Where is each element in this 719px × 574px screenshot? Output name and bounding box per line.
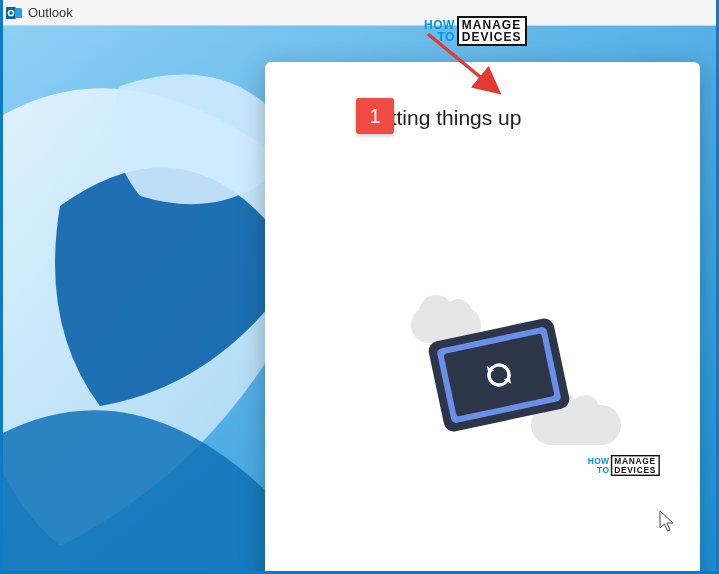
watermark-logo: HOW TO MANAGE DEVICES (424, 16, 527, 46)
dialog-title: Setting things up (365, 106, 660, 130)
watermark-logo: HOW TO MANAGE DEVICES (588, 455, 660, 476)
window-titlebar: Outlook (0, 0, 719, 26)
window-title: Outlook (28, 5, 73, 20)
svg-rect-1 (15, 8, 22, 18)
sync-illustration (353, 307, 613, 467)
mouse-cursor-icon (659, 510, 677, 538)
annotation-number-badge: 1 (356, 98, 394, 134)
sync-icon (481, 357, 517, 393)
setup-dialog: Setting things up (265, 62, 700, 574)
outlook-icon (6, 5, 22, 21)
svg-rect-0 (6, 7, 16, 19)
